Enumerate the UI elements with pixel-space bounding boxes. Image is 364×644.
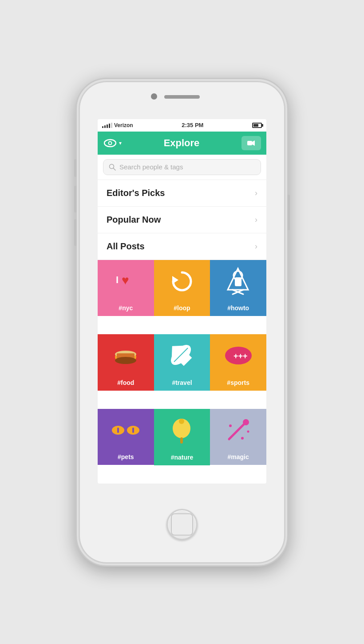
howto-icon [210, 260, 266, 303]
clock: 2:35 PM [182, 122, 203, 128]
phone-shell: Verizon 2:35 PM ▾ Exp [75, 78, 289, 567]
home-button-inner [171, 513, 193, 536]
tag-tile-pets[interactable]: #pets [98, 409, 154, 465]
travel-icon [154, 334, 210, 377]
phone-bottom [166, 484, 198, 565]
tag-label-sports: #sports [227, 379, 249, 386]
pets-icon [98, 409, 154, 452]
tag-tile-magic[interactable]: #magic [210, 409, 266, 465]
menu-item-label: All Posts [107, 241, 145, 252]
video-camera-button[interactable] [241, 136, 261, 150]
volume-up-button[interactable] [74, 159, 76, 177]
loop-icon [154, 260, 210, 303]
menu-list: Editor's Picks › Popular Now › All Posts… [98, 180, 266, 260]
svg-line-6 [114, 168, 116, 170]
menu-item-all-posts[interactable]: All Posts › [98, 233, 266, 260]
tag-label-loop: #loop [174, 304, 190, 312]
svg-point-29 [179, 419, 184, 424]
chevron-right-icon: › [255, 188, 257, 198]
search-bar[interactable]: Search people & tags [98, 155, 266, 180]
tag-tile-nyc[interactable]: I ♥ #nyc [98, 260, 154, 316]
tag-tile-food[interactable]: #food [98, 334, 154, 391]
page-title: Explore [122, 137, 241, 149]
chevron-right-icon: › [255, 215, 257, 224]
svg-rect-27 [132, 428, 134, 433]
svg-point-32 [243, 419, 249, 425]
svg-text:+++: +++ [233, 352, 248, 360]
svg-point-35 [247, 430, 249, 432]
menu-item-label: Editor's Picks [107, 188, 165, 198]
svg-marker-4 [252, 140, 255, 146]
nature-icon [154, 409, 210, 452]
tag-label-howto: #howto [227, 304, 249, 312]
mute-button[interactable] [74, 219, 76, 246]
tag-label-travel: #travel [172, 379, 192, 386]
svg-point-33 [229, 424, 232, 427]
tag-tile-howto[interactable]: #howto [210, 260, 266, 316]
app-header: ▾ Explore [98, 132, 266, 155]
nyc-icon: I ♥ [98, 260, 154, 303]
svg-rect-30 [180, 437, 183, 444]
magic-icon [210, 409, 266, 452]
tag-label-nyc: #nyc [119, 304, 133, 312]
chevron-right-icon: › [255, 242, 257, 251]
svg-point-18 [115, 357, 136, 364]
tag-label-nature: #nature [171, 454, 194, 461]
tag-tile-nature[interactable]: #nature [154, 409, 210, 465]
screen: Verizon 2:35 PM ▾ Exp [98, 119, 266, 484]
svg-marker-9 [172, 276, 178, 284]
status-bar: Verizon 2:35 PM [98, 119, 266, 132]
home-button[interactable] [166, 509, 198, 540]
menu-item-popular-now[interactable]: Popular Now › [98, 207, 266, 233]
tag-tile-loop[interactable]: #loop [154, 260, 210, 316]
eye-logo-button[interactable]: ▾ [103, 136, 122, 150]
menu-item-label: Popular Now [107, 215, 161, 225]
tag-label-magic: #magic [228, 453, 249, 460]
search-icon [109, 164, 116, 171]
svg-rect-26 [117, 428, 119, 433]
signal-icon [102, 123, 112, 128]
battery-icon [252, 123, 262, 128]
tag-tile-sports[interactable]: +++ #sports [210, 334, 266, 391]
power-button[interactable] [288, 195, 290, 230]
svg-text:I: I [116, 274, 119, 285]
speaker-grille [164, 95, 200, 99]
carrier-label: Verizon [114, 122, 133, 128]
search-placeholder: Search people & tags [119, 163, 183, 171]
eye-icon [103, 136, 117, 150]
svg-text:♥: ♥ [122, 273, 129, 287]
tag-label-pets: #pets [118, 453, 134, 460]
volume-down-button[interactable] [74, 186, 76, 212]
tag-grid: I ♥ #nyc #loop [98, 260, 266, 484]
menu-item-editors-picks[interactable]: Editor's Picks › [98, 180, 266, 207]
food-icon [98, 334, 154, 377]
tag-label-food: #food [117, 379, 134, 386]
svg-point-2 [109, 142, 111, 144]
svg-point-34 [241, 437, 244, 440]
front-camera [151, 93, 157, 100]
sports-icon: +++ [210, 334, 266, 377]
svg-rect-3 [247, 141, 252, 145]
tag-tile-travel[interactable]: #travel [154, 334, 210, 391]
